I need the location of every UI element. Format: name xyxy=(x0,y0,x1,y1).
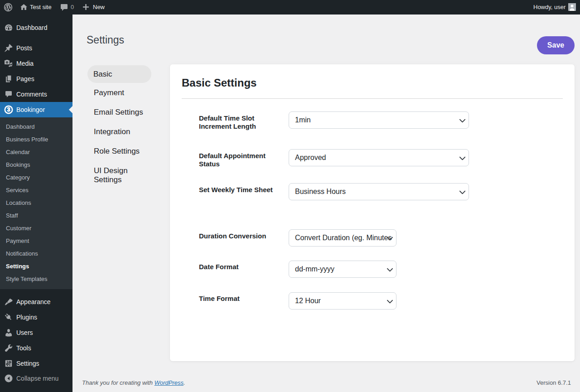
svg-text:3: 3 xyxy=(7,106,10,113)
